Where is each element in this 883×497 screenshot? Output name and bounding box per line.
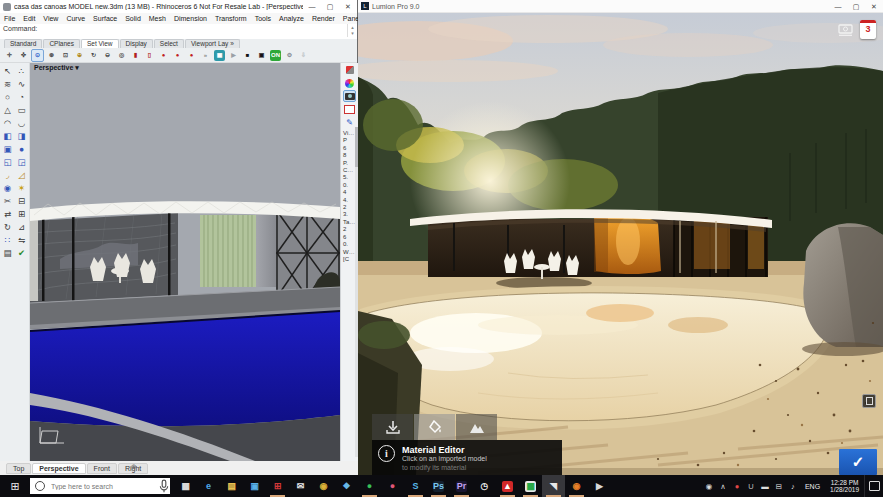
boolean-union-icon[interactable]: ◉ [1,181,15,194]
blend-curve-icon[interactable]: ◡ [15,116,29,129]
lumion-car-icon[interactable]: ● [157,49,170,62]
rhino-titlebar[interactable]: casa das canoas MODEL new.3dm (13 MB) - … [0,0,357,13]
control-points-icon[interactable]: ≋ [1,77,15,90]
menu-item[interactable]: Dimension [170,15,211,22]
edge[interactable]: e [197,475,220,497]
viewport-title[interactable]: Perspective ▾ [34,64,79,72]
livesync-on-icon[interactable]: ON [269,49,282,62]
menu-item[interactable]: Edit [19,15,39,22]
select-icon[interactable]: ↖ [1,64,15,77]
sphere-icon[interactable]: ● [15,142,29,155]
split-icon[interactable]: ⊟ [15,194,29,207]
alarms[interactable]: ◷ [473,475,496,497]
display-icon[interactable]: ⊟ [772,482,786,491]
polyline-icon[interactable]: △ [1,103,15,116]
action-center-icon[interactable] [864,475,883,497]
livesync-stop-icon[interactable]: ■ [241,49,254,62]
menu-item[interactable]: File [0,15,19,22]
viewport-tab[interactable]: Front [87,463,117,474]
extrude-icon[interactable]: ◱ [1,155,15,168]
pan-icon[interactable]: ✛ [3,49,16,62]
surface-icon[interactable]: ◧ [1,129,15,142]
notes[interactable]: ▦ [519,475,542,497]
camera-tab-icon[interactable] [343,90,356,102]
lumion-export-icon[interactable]: ▣ [255,49,268,62]
skype[interactable]: S [404,475,427,497]
sweep-icon[interactable]: ◨ [15,129,29,142]
notification-dot-icon[interactable]: ● [730,482,744,491]
import-model-tab[interactable] [372,414,413,440]
arc-icon[interactable]: ◠ [1,116,15,129]
lumion-render-viewport[interactable]: 3 [358,13,883,475]
menu-item[interactable]: Curve [62,15,89,22]
volume-icon[interactable]: ♪ [786,482,800,491]
lumion-logo-icon[interactable]: ▦ [213,49,226,62]
zoom-icon[interactable]: ⊙ [31,49,44,62]
zoom-window-icon[interactable]: ⊡ [59,49,72,62]
close-button[interactable]: ✕ [865,0,883,13]
menu-item[interactable]: Tools [251,15,275,22]
loft-icon[interactable]: ◲ [15,155,29,168]
scale-icon[interactable]: ⊿ [15,220,29,233]
rectangle-icon[interactable]: ▭ [15,103,29,116]
close-button[interactable]: ✕ [339,0,357,13]
menu-item[interactable]: Analyze [275,15,308,22]
trim-icon[interactable]: ✂ [1,194,15,207]
store[interactable]: ▣ [243,475,266,497]
photoshop[interactable]: Ps [427,475,450,497]
media-app[interactable]: ● [381,475,404,497]
maximize-button[interactable]: ▢ [321,0,339,13]
rhino-app[interactable]: ◥ [542,475,565,497]
render-window-icon[interactable]: ▯ [143,49,156,62]
microphone-icon[interactable] [158,479,170,493]
viewport-tab[interactable]: Top [6,463,31,474]
rotate-view-icon[interactable]: ↻ [87,49,100,62]
landscape-tab[interactable] [456,414,497,440]
livesync-settings-icon[interactable]: ⚙ [283,49,296,62]
layers-icon[interactable]: ▤ [1,246,15,259]
photos[interactable]: ❖ [335,475,358,497]
chrome[interactable]: ◉ [312,475,335,497]
zoom-target-icon[interactable]: ◎ [115,49,128,62]
search-input[interactable] [49,482,158,491]
viewport-corner-badge[interactable] [862,394,876,408]
check-icon[interactable]: ✔ [15,246,29,259]
premiere[interactable]: Pr [450,475,473,497]
fillet-icon[interactable]: ◞ [1,168,15,181]
movies[interactable]: ▶ [588,475,611,497]
task-view[interactable]: ▦ [174,475,197,497]
material-tab-icon[interactable] [343,103,356,115]
explode-icon[interactable]: ✶ [15,181,29,194]
acrobat[interactable]: ▲ [496,475,519,497]
command-input[interactable] [39,24,347,34]
move-icon[interactable]: ⇄ [1,207,15,220]
menu-item[interactable]: Mesh [145,15,170,22]
zoom-out-icon[interactable]: ⊖ [101,49,114,62]
chamfer-icon[interactable]: ◿ [15,168,29,181]
photo-mode-icon[interactable] [838,24,853,36]
display-tab-icon[interactable] [343,77,356,89]
menu-item[interactable]: Render [308,15,339,22]
copy-icon[interactable]: ⊞ [15,207,29,220]
menu-item[interactable]: Solid [121,15,145,22]
toolbar-tab[interactable]: Select [154,39,184,48]
toolbar-tab[interactable]: Viewport Lay » [185,39,240,48]
material-tab[interactable] [414,414,455,440]
viewport-dropdown-icon[interactable]: ▾ [75,64,79,71]
livesync-play-icon[interactable]: ▶ [227,49,240,62]
lumion-car-icon[interactable]: ● [185,49,198,62]
minimize-button[interactable]: — [303,0,321,13]
mail[interactable]: ✉ [289,475,312,497]
menu-item[interactable]: View [39,15,62,22]
lumion-titlebar[interactable]: L Lumion Pro 9.0 — ▢ ✕ [358,0,883,13]
people-icon[interactable]: ◉ [702,482,716,491]
rhino-3d-viewport[interactable]: Perspective ▾ [30,63,340,461]
confirm-button[interactable]: ✓ [839,449,877,475]
command-history-scroll[interactable]: ▴▾ [347,24,357,37]
zoom-extents-icon[interactable]: ⊕ [73,49,86,62]
battery-icon[interactable]: ▬ [758,482,772,491]
language-indicator[interactable]: ENG [800,483,825,490]
hidden-icons-chevron[interactable]: ∧ [716,482,730,491]
toolbar-tab[interactable]: Standard [4,39,42,48]
livesync-send-icon[interactable]: ⇩ [297,49,310,62]
